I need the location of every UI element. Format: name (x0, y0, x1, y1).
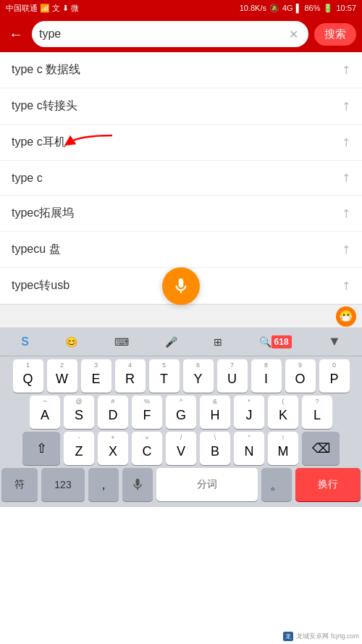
battery-label: 86% (304, 4, 320, 12)
toolbar-emoji-btn[interactable]: 😊 (61, 333, 82, 351)
key-q[interactable]: 1Q (13, 359, 43, 393)
mute-icon: 🔕 (269, 4, 279, 13)
suggestion-text-0: type c 数据线 (12, 62, 80, 78)
toolbar-collapse-btn[interactable]: ▼ (324, 331, 345, 352)
toolbar-grid-icon: ⊞ (214, 336, 222, 348)
suggestion-item-4[interactable]: typec拓展坞 ↗ (0, 196, 362, 232)
key-a[interactable]: ~A (30, 396, 60, 429)
comma-label: ， (97, 476, 110, 493)
key-k[interactable]: (K (268, 396, 298, 429)
carrier-label: 中国联通 (6, 3, 38, 14)
suggestion-text-5: typecu 盘 (12, 242, 61, 257)
key-e[interactable]: 3E (81, 359, 111, 393)
wifi-icon: 文 (52, 3, 60, 14)
suggestion-text-4: typec拓展坞 (12, 206, 74, 221)
suggestion-item-5[interactable]: typecu 盘 ↗ (0, 232, 362, 268)
key-z[interactable]: -Z (64, 432, 94, 465)
key-g[interactable]: ^G (166, 396, 196, 429)
extra-icons: ⬇ 微 (62, 3, 79, 14)
emoji-bar: 😷 (0, 304, 362, 327)
key-i[interactable]: 8I (251, 359, 282, 393)
toolbar-s-icon: S (21, 335, 29, 348)
keyboard-toolbar: S 😊 ⌨ 🎤 ⊞ 🔍 618 ▼ (0, 327, 362, 356)
key-y[interactable]: 6Y (183, 359, 214, 393)
status-right: 10.8K/s 🔕 4G ▌ 86% 🔋 10:57 (240, 4, 356, 13)
toolbar-keyboard-btn[interactable]: ⌨ (110, 333, 133, 351)
key-symbol[interactable]: 符 (1, 468, 38, 501)
status-bar: 中国联通 📶 文 ⬇ 微 10.8K/s 🔕 4G ▌ 86% 🔋 10:57 (0, 0, 362, 16)
suggestion-item-2[interactable]: type c耳机 ↗ (0, 125, 362, 161)
key-t[interactable]: 5T (149, 359, 180, 393)
key-v[interactable]: /V (166, 432, 196, 465)
watermark: 龙 龙城安卓网 fcjrtg.com (283, 632, 359, 641)
number-label: 123 (54, 479, 71, 490)
toolbar-grid-btn[interactable]: ⊞ (209, 333, 227, 351)
arrow-icon-1: ↗ (337, 98, 354, 114)
network-label: 4G (282, 4, 293, 12)
key-j[interactable]: *J (234, 396, 264, 429)
watermark-text: 龙城安卓网 fcjrtg.com (296, 632, 359, 641)
key-mic[interactable] (122, 468, 153, 501)
suggestion-text-3: type c (12, 172, 43, 185)
search-button[interactable]: 搜索 (314, 23, 356, 46)
key-shift[interactable]: ⇧ (22, 432, 60, 465)
delete-icon: ⌫ (312, 440, 330, 456)
watermark-logo: 龙 (283, 632, 293, 641)
suggestion-item-3[interactable]: type c ↗ (0, 161, 362, 196)
mic-key-icon (130, 477, 145, 492)
key-n[interactable]: "N (234, 432, 264, 465)
key-l[interactable]: ?L (302, 396, 332, 429)
key-row-4: 符 123 ， 分词 。 换行 (0, 465, 362, 507)
key-number[interactable]: 123 (41, 468, 85, 501)
mic-icon (172, 277, 190, 296)
arrow-icon-6: ↗ (337, 277, 354, 294)
suggestion-item-1[interactable]: type c转接头 ↗ (0, 88, 362, 125)
emoji-face-icon[interactable]: 😷 (336, 306, 356, 327)
toolbar-emoji-icon: 😊 (65, 336, 77, 348)
key-p[interactable]: 0P (319, 359, 350, 393)
key-w[interactable]: 2W (47, 359, 77, 393)
key-u[interactable]: 7U (217, 359, 248, 393)
suggestion-item-0[interactable]: type c 数据线 ↗ (0, 52, 362, 88)
key-delete[interactable]: ⌫ (302, 432, 340, 465)
key-o[interactable]: 9O (285, 359, 316, 393)
key-s[interactable]: @S (64, 396, 94, 429)
key-comma[interactable]: ， (88, 468, 119, 501)
search-input[interactable] (39, 28, 286, 41)
key-period[interactable]: 。 (261, 468, 292, 501)
key-m[interactable]: !M (268, 432, 298, 465)
red-arrow-annotation (65, 132, 116, 154)
voice-input-button[interactable] (162, 267, 200, 305)
arrow-icon-2: ↗ (337, 134, 354, 151)
back-button[interactable]: ← (6, 23, 26, 46)
key-c[interactable]: =C (132, 432, 162, 465)
symbol-label: 符 (14, 478, 25, 491)
period-label: 。 (270, 476, 283, 493)
key-r[interactable]: 4R (115, 359, 146, 393)
toolbar-keyboard-icon: ⌨ (114, 336, 129, 348)
toolbar-mic-btn[interactable]: 🎤 (161, 333, 182, 351)
speed-label: 10.8K/s (240, 4, 266, 12)
space-label: 分词 (197, 478, 217, 491)
key-row-3: ⇧ -Z +X =C /V \B "N !M ⌫ (0, 429, 362, 465)
time-label: 10:57 (336, 4, 356, 12)
key-b[interactable]: \B (200, 432, 230, 465)
clear-button[interactable]: ✕ (286, 28, 301, 41)
suggestion-text-1: type c转接头 (12, 99, 77, 114)
key-x[interactable]: +X (98, 432, 128, 465)
suggestion-item-6[interactable]: typec转usb ↗ (0, 268, 362, 304)
keyboard: 1Q 2W 3E 4R 5T 6Y 7U 8I 9O 0P ~A @S #D %… (0, 356, 362, 507)
suggestion-list: type c 数据线 ↗ type c转接头 ↗ type c耳机 ↗ type… (0, 52, 362, 304)
key-h[interactable]: &H (200, 396, 230, 429)
arrow-icon-0: ↗ (337, 62, 354, 78)
arrow-icon-5: ↗ (337, 241, 354, 258)
toolbar-search-btn[interactable]: 🔍 618 (255, 333, 296, 351)
key-d[interactable]: #D (98, 396, 128, 429)
suggestion-text-2: type c耳机 (12, 135, 66, 150)
key-f[interactable]: %F (132, 396, 162, 429)
key-enter[interactable]: 换行 (295, 468, 361, 501)
toolbar-shuangpin-btn[interactable]: S (17, 333, 33, 351)
toolbar-618-label: 618 (272, 335, 292, 348)
toolbar-mic-icon: 🎤 (165, 336, 177, 348)
key-space[interactable]: 分词 (156, 468, 258, 501)
